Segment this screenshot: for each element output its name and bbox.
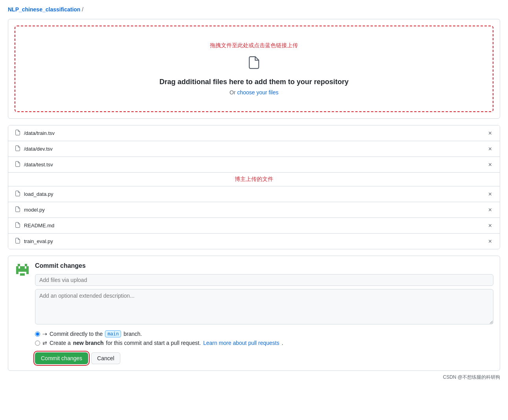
commit-form: Commit changes ⇢ Commit directly to the … (35, 262, 493, 364)
file-item-left: train_eval.py (15, 238, 53, 245)
branch-option2-suffix: for this commit and start a pull request… (106, 340, 201, 346)
svg-rect-3 (16, 266, 18, 269)
chinese-hint: 拖拽文件至此处或点击蓝色链接上传 (23, 42, 485, 49)
annotation-label: 博主上传的文件 (8, 173, 500, 186)
branch-options: ⇢ Commit directly to the main branch. ⇄ … (35, 330, 493, 346)
commit-title: Commit changes (35, 262, 493, 269)
breadcrumb: NLP_chinese_classification / (8, 6, 500, 13)
file-item-left: README.md (15, 222, 54, 229)
watermark: CSDN @不想练腿的科研狗 (8, 374, 500, 381)
file-item: load_data.py× (8, 186, 500, 202)
file-remove-button[interactable]: × (487, 191, 493, 197)
file-upload-icon (23, 55, 485, 73)
file-name: /data/test.tsv (24, 162, 53, 168)
svg-rect-1 (18, 264, 20, 266)
action-buttons: Commit changes Cancel (35, 352, 493, 364)
branch-option1-prefix: Commit directly to the (50, 331, 103, 337)
upload-zone-wrapper: 拖拽文件至此处或点击蓝色链接上传 Drag additional files h… (8, 19, 500, 119)
file-item: /data/test.tsv× (8, 157, 500, 173)
file-icon (15, 206, 21, 214)
file-icon (15, 129, 21, 137)
svg-rect-9 (20, 273, 25, 276)
file-name: model.py (24, 207, 45, 213)
file-item: README.md× (8, 218, 500, 234)
file-name: load_data.py (24, 191, 53, 197)
branch-badge: main (105, 330, 121, 337)
svg-rect-6 (16, 269, 29, 272)
branch-option-new[interactable]: ⇄ Create a new branch for this commit an… (35, 340, 493, 346)
choose-files-link[interactable]: choose your files (237, 89, 278, 96)
file-item-left: /data/dev.tsv (15, 145, 53, 153)
file-item-left: load_data.py (15, 190, 53, 198)
file-item-left: /data/test.tsv (15, 161, 53, 168)
branch-option-direct[interactable]: ⇢ Commit directly to the main branch. (35, 330, 493, 337)
svg-rect-5 (26, 266, 29, 269)
commit-changes-button[interactable]: Commit changes (35, 352, 88, 364)
file-name: /data/dev.tsv (24, 146, 53, 152)
cancel-button[interactable]: Cancel (91, 352, 120, 364)
file-item: /data/dev.tsv× (8, 141, 500, 157)
file-icon (15, 190, 21, 198)
file-name: train_eval.py (24, 238, 53, 244)
upload-drop-zone[interactable]: 拖拽文件至此处或点击蓝色链接上传 Drag additional files h… (15, 26, 493, 112)
branch-option1-suffix: branch. (123, 331, 142, 337)
commit-summary-input[interactable] (35, 274, 493, 286)
file-item: model.py× (8, 202, 500, 218)
file-item: /data/train.tsv× (8, 125, 500, 141)
file-remove-button[interactable]: × (487, 130, 493, 136)
file-name: /data/train.tsv (24, 130, 55, 136)
svg-rect-7 (16, 272, 18, 274)
file-list: /data/train.tsv×/data/dev.tsv×/data/test… (8, 125, 500, 249)
file-remove-button[interactable]: × (487, 238, 493, 245)
file-remove-button[interactable]: × (487, 223, 493, 229)
file-item: train_eval.py× (8, 234, 500, 249)
branch-icon: ⇢ (42, 331, 47, 337)
file-remove-button[interactable]: × (487, 146, 493, 152)
branch-radio-direct[interactable] (35, 332, 40, 337)
file-remove-button[interactable]: × (487, 162, 493, 168)
upload-main-text: Drag additional files here to add them t… (23, 78, 485, 86)
branch-option2-prefix: Create a (50, 340, 71, 346)
svg-rect-4 (20, 266, 25, 269)
file-remove-button[interactable]: × (487, 207, 493, 213)
svg-rect-8 (26, 272, 29, 274)
branch-new-icon: ⇄ (42, 340, 47, 346)
file-icon (15, 238, 21, 245)
file-icon (15, 145, 21, 153)
file-icon (15, 222, 21, 229)
repo-link[interactable]: NLP_chinese_classification (8, 6, 80, 13)
file-item-left: model.py (15, 206, 45, 214)
upload-sub-text: Or choose your files (23, 89, 485, 96)
branch-option2-bold: new branch (73, 340, 104, 346)
branch-radio-new[interactable] (35, 341, 40, 346)
svg-rect-2 (25, 264, 27, 266)
file-item-left: /data/train.tsv (15, 129, 55, 137)
commit-description-textarea[interactable] (35, 289, 493, 324)
commit-section: Commit changes ⇢ Commit directly to the … (8, 256, 500, 371)
file-name: README.md (24, 223, 54, 228)
avatar (15, 262, 30, 278)
file-icon (15, 161, 21, 168)
learn-more-link[interactable]: Learn more about pull requests (203, 340, 280, 346)
